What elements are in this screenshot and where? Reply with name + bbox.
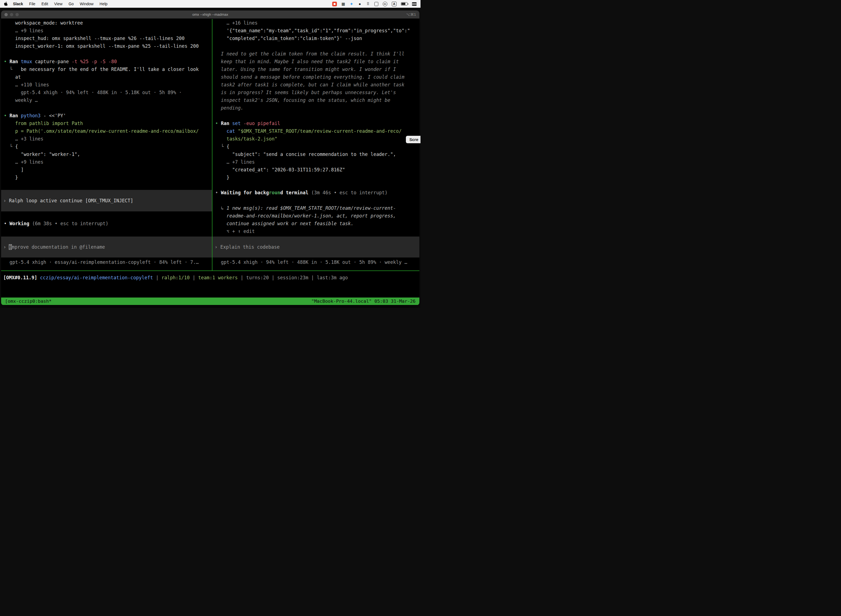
minimize-button[interactable] (10, 13, 13, 16)
terminal-line: • Waiting for background terminal (3m 46… (212, 189, 419, 197)
swift-icon[interactable]: ✦ (350, 1, 353, 6)
terminal-line: '{"team_name":"my-team","task_id":"1","f… (212, 27, 419, 35)
screen-recording-indicator[interactable] (332, 1, 337, 6)
terminal-line: cat "$OMX_TEAM_STATE_ROOT/team/review-cu… (212, 127, 419, 135)
terminal-line: weekly … (1, 96, 212, 104)
terminal-line: … +7 lines (212, 158, 419, 166)
terminal-line: pending. (212, 104, 419, 112)
terminal-line: … +9 lines (1, 27, 212, 35)
terminal-line: … +110 lines (1, 81, 212, 89)
menu-item-help[interactable]: Help (97, 1, 111, 6)
close-button[interactable] (4, 13, 8, 16)
spacer (1, 211, 212, 220)
menu-item-slack[interactable]: Slack (10, 1, 26, 6)
terminal-window: omx --xhigh --madmax ⌥⌘1 workspace_mode:… (1, 10, 419, 305)
traffic-lights (4, 13, 19, 16)
terminal-line: gpt-5.4 xhigh · 94% left · 488K in · 5.1… (1, 89, 212, 96)
terminal-line: • Ran set -euo pipefail (212, 119, 419, 127)
left-pane[interactable]: workspace_mode: worktree … +9 lines insp… (1, 19, 212, 270)
terminal-line: "created_at": "2026-03-31T11:59:27.816Z" (212, 166, 419, 174)
window-shortcut-hint: ⌥⌘1 (406, 10, 416, 19)
terminal-line: • Working (6m 38s • esc to interrupt) (1, 220, 212, 227)
terminal-body: workspace_mode: worktree … +9 lines insp… (1, 19, 419, 305)
window-title: omx --xhigh --madmax (192, 12, 228, 16)
screen-capture-overlay[interactable]: Scre (406, 136, 420, 143)
app-circle-icon[interactable]: ● (358, 1, 362, 6)
menu-item-view[interactable]: View (51, 1, 65, 6)
dots-grid-icon[interactable]: ⠿ (366, 1, 370, 6)
terminal-line: "worker": "worker-1", (1, 150, 212, 158)
tmux-host-clock: "MacBook-Pro-44.local" 05:03 31-Mar-26 (312, 299, 416, 304)
terminal-line: • Ran python3 - <<'PY' (1, 112, 212, 119)
terminal-line: inspect_worker-1: omx sparkshell --tmux-… (1, 42, 212, 50)
terminal-line: … +3 lines (1, 135, 212, 143)
apple-menu-icon[interactable] (4, 1, 8, 6)
terminal-line: … +16 lines (212, 19, 419, 27)
terminal-line: gpt-5.4 xhigh · essay/ai-reimplementatio… (1, 258, 212, 266)
menu-item-edit[interactable]: Edit (38, 1, 51, 6)
terminal-line: • Ran tmux capture-pane -t %25 -p -S -80 (1, 58, 212, 65)
terminal-line: … +9 lines (1, 158, 212, 166)
terminal-line: ⌥ + ↑ edit (212, 227, 419, 235)
terminal-line: └ { (1, 143, 212, 150)
omx-status-line: [OMX#0.11.9] cczip/essay/ai-reimplementa… (1, 274, 419, 282)
terminal-line: should send a message before completing … (212, 73, 419, 81)
terminal-line (1, 104, 212, 112)
phone-icon[interactable] (374, 2, 378, 6)
tmux-inject-banner: › Ralph loop active continue [OMX_TMUX_I… (1, 190, 212, 211)
terminal-line: inspect task2's JSON, focusing on the st… (212, 96, 419, 104)
terminal-line (1, 50, 212, 58)
spacer (1, 181, 212, 190)
zoom-button[interactable] (15, 13, 19, 16)
input-source-icon[interactable]: A (392, 1, 397, 6)
terminal-line (212, 112, 419, 119)
menu-item-file[interactable]: File (26, 1, 39, 6)
terminal-line: └ be necessary for the end of the README… (1, 65, 212, 73)
omx-session-summary: [OMX#0.11.9] cczip/essay/ai-reimplementa… (1, 274, 419, 282)
tmux-session-name: [omx-cczip0:bash* (5, 299, 51, 304)
terminal-line: keep that in mind. Maybe I also need the… (212, 58, 419, 65)
terminal-line: task2 after task1 is complete, but can I… (212, 81, 419, 89)
menu-bar-status-icons: ▦✦●⠿61A (332, 1, 417, 6)
terminal-line: inspect_hud: omx sparkshell --tmux-pane … (1, 35, 212, 42)
terminal-line: ↳ 1 new msg(s): read $OMX_TEAM_STATE_ROO… (212, 204, 419, 212)
terminal-line: later. Using the same for transition mig… (212, 65, 419, 73)
window-title-bar[interactable]: omx --xhigh --madmax ⌥⌘1 (1, 10, 419, 19)
terminal-line: at (1, 73, 212, 81)
prompt-suggestion[interactable]: › Explain this codebase (212, 236, 419, 258)
desktop: SlackFileEditViewGoWindowHelp ▦✦●⠿61A om… (0, 0, 420, 308)
pane-bottom-border (1, 270, 419, 271)
terminal-line: readme-and-reco/mailbox/worker-1.json, a… (212, 212, 419, 220)
spacer (1, 227, 212, 236)
terminal-line: └ { (212, 143, 419, 150)
terminal-line: } (212, 174, 419, 181)
window-grid-icon[interactable]: ▦ (341, 1, 345, 6)
battery-icon[interactable] (401, 2, 407, 6)
terminal-line (212, 42, 419, 50)
prompt-input[interactable]: › Improve documentation in @filename (1, 236, 212, 258)
terminal-line: I need to get the claim token from the c… (212, 50, 419, 58)
menu-bar-left: SlackFileEditViewGoWindowHelp (4, 1, 111, 6)
terminal-line: from pathlib import Path (1, 119, 212, 127)
terminal-line: "completed","claim_token":"claim-token"}… (212, 35, 419, 42)
terminal-line: tasks/task-2.json" (212, 135, 419, 143)
control-center-icon[interactable] (412, 2, 417, 6)
menu-item-window[interactable]: Window (77, 1, 97, 6)
tmux-status-bar: [omx-cczip0:bash* "MacBook-Pro-44.local"… (1, 298, 419, 305)
menu-item-go[interactable]: Go (65, 1, 77, 6)
terminal-line: } (1, 174, 212, 181)
spacer (212, 197, 419, 204)
terminal-line: continue assigned work or next feasible … (212, 220, 419, 227)
terminal-line: workspace_mode: worktree (1, 19, 212, 27)
meter-icon[interactable]: 61 (383, 1, 387, 6)
menu-bar: SlackFileEditViewGoWindowHelp ▦✦●⠿61A (0, 0, 420, 8)
terminal-line: "subject": "send a concise recommendatio… (212, 150, 419, 158)
terminal-line: ] (1, 166, 212, 174)
terminal-line: p = Path('.omx/state/team/review-current… (1, 127, 212, 135)
terminal-line: is in progress? It seems likely but perh… (212, 89, 419, 96)
right-pane[interactable]: … +16 lines '{"team_name":"my-team","tas… (212, 19, 419, 270)
terminal-line: gpt-5.4 xhigh · 94% left · 488K in · 5.1… (212, 258, 419, 266)
spacer (212, 181, 419, 189)
